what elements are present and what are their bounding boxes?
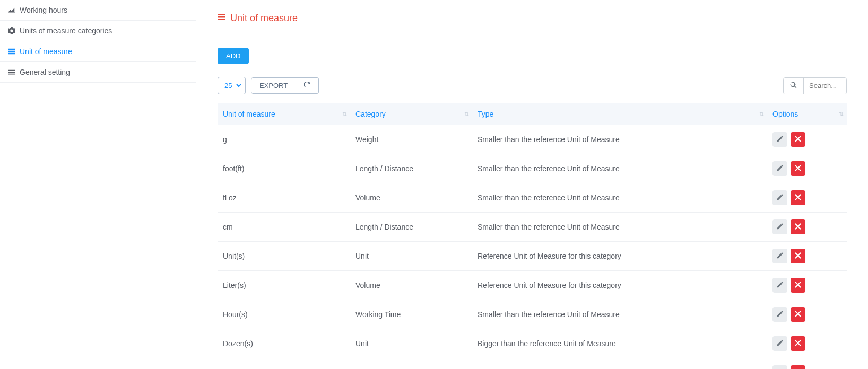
table-row: Dozen(s)UnitBigger than the reference Un… [218, 329, 847, 358]
delete-button[interactable] [791, 336, 805, 351]
cell-unit: Day(s) [218, 358, 350, 370]
edit-icon [777, 310, 784, 319]
cell-type: Reference Unit of Measure for this categ… [472, 358, 767, 370]
delete-button[interactable] [791, 307, 805, 322]
close-icon [795, 311, 801, 319]
sidebar-item-label: Units of measure categories [20, 27, 112, 35]
edit-button[interactable] [772, 365, 787, 369]
cell-unit: g [218, 125, 350, 154]
sidebar-item-general-setting[interactable]: General setting [0, 62, 196, 83]
cell-options [767, 242, 847, 271]
cell-type: Smaller than the reference Unit of Measu… [472, 125, 767, 154]
sidebar-item-label: General setting [20, 68, 70, 76]
cell-type: Bigger than the reference Unit of Measur… [472, 329, 767, 358]
cell-type: Reference Unit of Measure for this categ… [472, 242, 767, 271]
sidebar-item-working-hours[interactable]: Working hours [0, 0, 196, 21]
table-row: Day(s)Working TimeReference Unit of Meas… [218, 358, 847, 370]
page-title-text: Unit of measure [230, 13, 298, 24]
sort-icon: ⇅ [342, 111, 346, 118]
delete-button[interactable] [791, 365, 805, 369]
sidebar-item-uom-categories[interactable]: Units of measure categories [0, 21, 196, 41]
toolbar-left: 25 EXPORT [218, 77, 319, 94]
cell-category: Unit [350, 242, 472, 271]
cell-unit: Hour(s) [218, 300, 350, 329]
search-icon [790, 82, 797, 90]
delete-button[interactable] [791, 278, 805, 293]
export-button[interactable]: EXPORT [251, 77, 296, 94]
table-row: gWeightSmaller than the reference Unit o… [218, 125, 847, 154]
cell-unit: Dozen(s) [218, 329, 350, 358]
sidebar-item-uom[interactable]: Unit of measure [0, 41, 196, 62]
cell-unit: fl oz [218, 183, 350, 213]
edit-button[interactable] [772, 307, 787, 322]
edit-button[interactable] [772, 336, 787, 351]
close-icon [795, 194, 801, 202]
cell-category: Working Time [350, 358, 472, 370]
cell-options [767, 358, 847, 370]
refresh-icon [304, 82, 310, 90]
cell-category: Length / Distance [350, 154, 472, 183]
cell-unit: foot(ft) [218, 154, 350, 183]
cell-options [767, 154, 847, 183]
edit-icon [777, 223, 784, 231]
edit-icon [777, 339, 784, 348]
edit-button[interactable] [772, 219, 787, 234]
page-size-select-wrap: 25 [218, 77, 246, 94]
cell-category: Length / Distance [350, 213, 472, 242]
cell-type: Smaller than the reference Unit of Measu… [472, 183, 767, 213]
delete-button[interactable] [791, 249, 805, 263]
table-row: Unit(s)UnitReference Unit of Measure for… [218, 242, 847, 271]
search-input[interactable] [804, 78, 846, 94]
sidebar: Working hours Units of measure categorie… [0, 0, 196, 369]
cell-type: Smaller than the reference Unit of Measu… [472, 300, 767, 329]
cell-options [767, 125, 847, 154]
add-button[interactable]: ADD [218, 48, 249, 64]
delete-button[interactable] [791, 219, 805, 234]
delete-button[interactable] [791, 190, 805, 205]
cell-options [767, 300, 847, 329]
edit-button[interactable] [772, 249, 787, 263]
list-icon [8, 48, 15, 55]
cell-category: Working Time [350, 300, 472, 329]
export-group: EXPORT [251, 77, 319, 94]
edit-button[interactable] [772, 132, 787, 147]
menu-icon [8, 68, 15, 76]
close-icon [795, 282, 801, 289]
table-toolbar: 25 EXPORT [218, 77, 847, 94]
delete-button[interactable] [791, 132, 805, 147]
search-icon-box [784, 78, 804, 94]
page-size-select[interactable]: 25 [220, 77, 243, 94]
sidebar-item-label: Working hours [20, 6, 67, 14]
col-header-unit[interactable]: Unit of measure ⇅ [218, 103, 350, 125]
table-row: fl ozVolumeSmaller than the reference Un… [218, 183, 847, 213]
table-row: foot(ft)Length / DistanceSmaller than th… [218, 154, 847, 183]
gear-icon [8, 27, 15, 34]
cell-options [767, 213, 847, 242]
col-header-type[interactable]: Type ⇅ [472, 103, 767, 125]
edit-icon [777, 252, 784, 260]
cell-type: Smaller than the reference Unit of Measu… [472, 154, 767, 183]
edit-button[interactable] [772, 190, 787, 205]
close-icon [795, 136, 801, 144]
refresh-button[interactable] [296, 77, 319, 94]
close-icon [795, 252, 801, 260]
table-row: Hour(s)Working TimeSmaller than the refe… [218, 300, 847, 329]
cell-options [767, 183, 847, 213]
close-icon [795, 165, 801, 173]
edit-icon [777, 281, 784, 289]
cell-options [767, 271, 847, 300]
edit-button[interactable] [772, 161, 787, 176]
cell-unit: Liter(s) [218, 271, 350, 300]
cell-category: Volume [350, 183, 472, 213]
close-icon [795, 340, 801, 348]
table-row: cmLength / DistanceSmaller than the refe… [218, 213, 847, 242]
col-header-category[interactable]: Category ⇅ [350, 103, 472, 125]
table-row: Liter(s)VolumeReference Unit of Measure … [218, 271, 847, 300]
edit-icon [777, 194, 784, 202]
delete-button[interactable] [791, 161, 805, 176]
col-header-options[interactable]: Options ⇅ [767, 103, 847, 125]
cell-category: Volume [350, 271, 472, 300]
edit-button[interactable] [772, 278, 787, 293]
cell-category: Unit [350, 329, 472, 358]
cell-unit: cm [218, 213, 350, 242]
